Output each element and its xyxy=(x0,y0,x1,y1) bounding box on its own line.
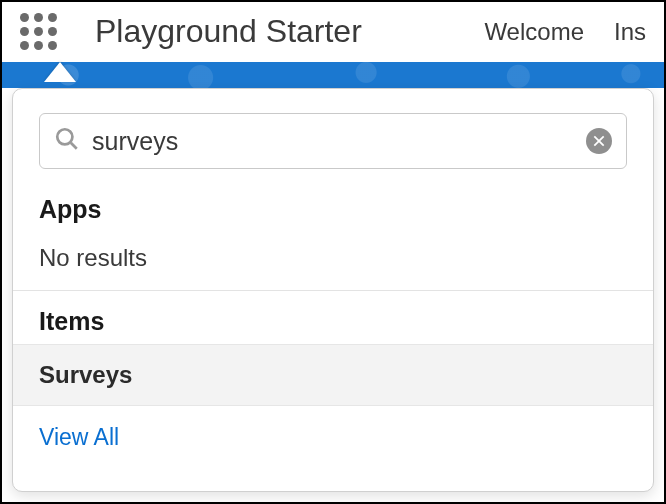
search-input[interactable] xyxy=(92,127,574,156)
view-all-link[interactable]: View All xyxy=(13,406,653,469)
section-header-items: Items xyxy=(13,290,653,344)
app-launcher-icon[interactable] xyxy=(20,13,57,50)
search-icon xyxy=(54,126,80,156)
item-result-surveys[interactable]: Surveys xyxy=(13,344,653,406)
dropdown-caret xyxy=(44,62,76,82)
section-header-apps: Apps xyxy=(13,179,653,232)
svg-line-1 xyxy=(71,143,77,149)
app-launcher-dropdown: Apps No results Items Surveys View All xyxy=(12,88,654,492)
context-bar xyxy=(2,62,664,88)
clear-search-button[interactable] xyxy=(586,128,612,154)
nav-tab-truncated[interactable]: Ins xyxy=(614,18,646,46)
header-nav: Welcome Ins xyxy=(484,18,646,46)
nav-tab-welcome[interactable]: Welcome xyxy=(484,18,584,46)
search-container xyxy=(13,89,653,179)
app-title: Playground Starter xyxy=(95,13,362,50)
apps-no-results: No results xyxy=(13,232,653,290)
app-header: Playground Starter Welcome Ins xyxy=(2,2,664,62)
svg-point-0 xyxy=(57,129,72,144)
search-box xyxy=(39,113,627,169)
